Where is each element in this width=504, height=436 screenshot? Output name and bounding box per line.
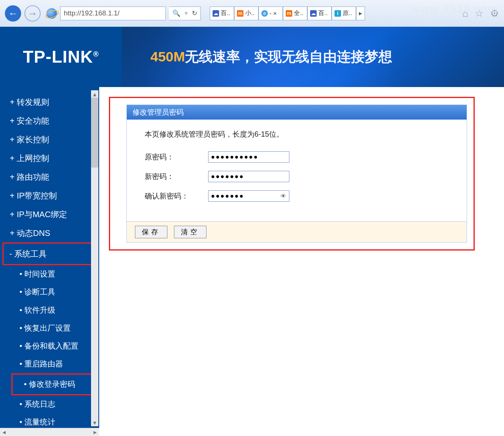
tab-2[interactable]: e- × [259, 7, 283, 20]
logo-block: TP-LINK® [0, 27, 122, 87]
sidebar-sub-upgrade[interactable]: 软件升级 [0, 301, 99, 319]
favicon-info-icon: i [335, 10, 341, 17]
favicon-mi-icon: m [286, 10, 292, 17]
tab-label: - × [269, 10, 277, 17]
sidebar-item-systools[interactable]: 系统工具 [9, 244, 92, 263]
tab-label: 全.. [294, 9, 303, 17]
scroll-up-icon[interactable]: ▴ [91, 90, 98, 98]
content-area: 修改管理员密码 本页修改系统管理员密码，长度为6-15位。 原密码： 新密码： … [99, 87, 504, 436]
old-password-input[interactable] [208, 151, 289, 163]
tab-4[interactable]: ☁百.. [307, 7, 332, 20]
sidebar-scrollbar-thumb[interactable] [91, 90, 98, 168]
settings-gear-icon[interactable]: ⚙ [490, 8, 499, 19]
sidebar-item-routing[interactable]: 路由功能 [0, 168, 99, 186]
confirm-password-input[interactable] [208, 190, 289, 202]
panel-title: 修改管理员密码 [127, 105, 467, 120]
favicon-mi-icon: m [237, 10, 243, 17]
sidebar-sub-syslog[interactable]: 系统日志 [0, 395, 99, 413]
sidebar-sub-diag[interactable]: 诊断工具 [0, 283, 99, 301]
favorites-icon[interactable]: ☆ [475, 8, 484, 19]
sidebar-hscroll[interactable]: ◂ ▸ [0, 428, 99, 436]
sidebar-sub-factory[interactable]: 恢复出厂设置 [0, 319, 99, 337]
address-controls: 🔍 ▾ ↻ [169, 7, 201, 20]
sidebar: 转发规则 安全功能 家长控制 上网控制 路由功能 IP带宽控制 IP与MAC绑定… [0, 87, 99, 436]
scroll-left-icon[interactable]: ◂ [0, 428, 8, 436]
sidebar-item-systools-highlight: 系统工具 [2, 242, 93, 265]
browser-toolbar: ← → http://192.168.1.1/ 🔍 ▾ ↻ ☁百.. m小.. … [0, 0, 504, 27]
clear-button[interactable]: 清空 [174, 226, 206, 238]
old-password-label: 原密码： [145, 152, 208, 162]
sidebar-sub-time[interactable]: 时间设置 [0, 265, 99, 283]
tab-strip: ☁百.. m小.. e- × m全.. ☁百.. i原.. ▸ [210, 7, 365, 20]
favicon-baidu-icon: ☁ [213, 10, 219, 17]
sidebar-item-security[interactable]: 安全功能 [0, 111, 99, 130]
tab-label: 小.. [245, 9, 254, 17]
tabs-overflow[interactable]: ▸ [356, 7, 365, 20]
tab-5[interactable]: i原.. [332, 7, 356, 20]
panel-description: 本页修改系统管理员密码，长度为6-15位。 [145, 129, 449, 139]
sidebar-sub-reboot[interactable]: 重启路由器 [0, 355, 99, 373]
sidebar-item-access[interactable]: 上网控制 [0, 149, 99, 168]
favicon-ie-icon: e [261, 10, 268, 17]
save-button[interactable]: 保存 [135, 226, 167, 238]
logo-text: TP-LINK® [23, 47, 99, 67]
header-banner: TP-LINK® 450M无线速率，实现无线自由连接梦想 [0, 27, 504, 87]
refresh-icon[interactable]: ↻ [192, 9, 197, 17]
tab-label: 原.. [343, 9, 352, 17]
tab-0[interactable]: ☁百.. [210, 7, 234, 20]
back-button[interactable]: ← [5, 5, 21, 22]
scroll-down-icon[interactable]: ▾ [91, 419, 98, 426]
scroll-right-icon[interactable]: ▸ [91, 428, 99, 436]
new-password-label: 新密码： [145, 172, 208, 181]
sidebar-sub-password-highlight: 修改登录密码 [11, 373, 93, 395]
tab-label: 百.. [318, 9, 328, 17]
banner-headline: 450M无线速率，实现无线自由连接梦想 [150, 48, 392, 66]
search-icon[interactable]: 🔍 [172, 9, 180, 17]
password-panel: 修改管理员密码 本页修改系统管理员密码，长度为6-15位。 原密码： 新密码： … [126, 105, 467, 243]
home-icon[interactable]: ⌂ [463, 8, 469, 19]
sidebar-item-parent[interactable]: 家长控制 [0, 130, 99, 149]
tab-3[interactable]: m全.. [283, 7, 307, 20]
tab-label: 百.. [221, 9, 230, 17]
sidebar-item-forward[interactable]: 转发规则 [0, 93, 99, 111]
sidebar-item-bandwidth[interactable]: IP带宽控制 [0, 186, 99, 205]
content-highlight-frame: 修改管理员密码 本页修改系统管理员密码，长度为6-15位。 原密码： 新密码： … [109, 97, 475, 251]
sidebar-item-ipmac[interactable]: IP与MAC绑定 [0, 205, 99, 224]
tab-1[interactable]: m小.. [234, 7, 259, 20]
sidebar-sub-password[interactable]: 修改登录密码 [18, 375, 92, 393]
sidebar-sub-backup[interactable]: 备份和载入配置 [0, 337, 99, 355]
confirm-password-label: 确认新密码： [145, 191, 208, 201]
favicon-baidu-icon: ☁ [310, 10, 317, 17]
sidebar-item-ddns[interactable]: 动态DNS [0, 224, 99, 242]
address-bar[interactable]: http://192.168.1.1/ [60, 7, 166, 20]
ie-icon [46, 8, 57, 19]
new-password-input[interactable] [208, 171, 289, 182]
forward-button[interactable]: → [24, 5, 41, 22]
